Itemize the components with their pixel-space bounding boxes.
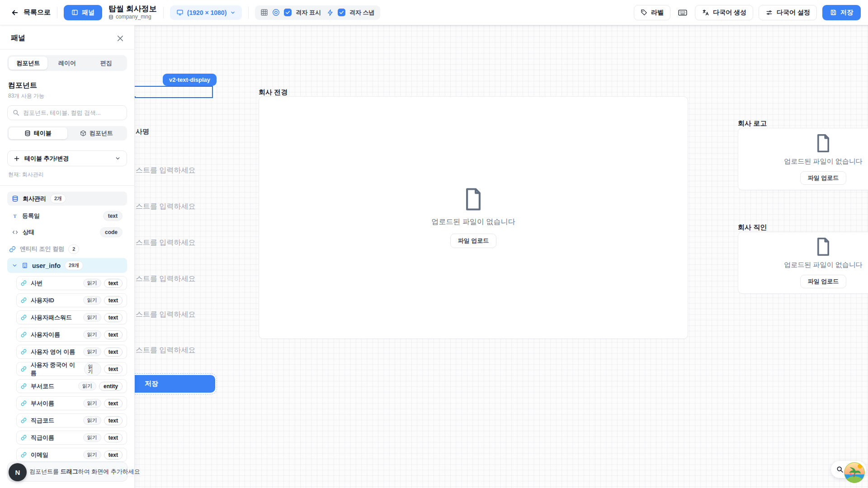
link-icon (21, 400, 27, 406)
search-icon (13, 109, 19, 116)
entity-column-row[interactable]: 부서코드 읽기entity (16, 379, 127, 393)
cube-icon (80, 130, 86, 136)
column-name: 등록일 (22, 212, 40, 220)
panel-tabbar: 컴포넌트 레이어 편집 (7, 55, 127, 71)
front-view-upload-area[interactable]: 업로드된 파일이 없습니다 파일 업로드 (259, 96, 688, 339)
column-row[interactable]: T 등록일 text (7, 210, 127, 222)
grid-snap-checkbox[interactable] (338, 9, 345, 16)
current-table-label: 현재: 회사관리 (8, 171, 126, 178)
resolution-selector[interactable]: (868 × 488) (170, 5, 242, 20)
type-badge: text (104, 296, 123, 305)
top-toolbar: 목록으로 패널 탑씰 회사정보 company_mng (868 × 488… (0, 0, 868, 25)
i18n-settings-button[interactable]: 다국어 설정 (759, 5, 817, 20)
entity-column-row[interactable]: 사용자패스워드 읽기text (16, 310, 127, 324)
chevron-down-icon (115, 155, 121, 161)
tab-layers[interactable]: 레이어 (47, 56, 86, 70)
panel-toggle-button[interactable]: 패널 (64, 5, 102, 20)
search-input[interactable] (23, 109, 122, 116)
table-node[interactable]: 회사관리 2개 (7, 192, 127, 206)
link-icon (21, 418, 27, 423)
text-field-placeholder[interactable]: 스트를 입력하세요 (136, 238, 195, 248)
i18n-settings-label: 다국어 설정 (777, 9, 810, 17)
sidebar-icon (71, 9, 78, 16)
tab-components[interactable]: 컴포넌트 (9, 56, 47, 70)
source-mode-toggle: 테이블 컴포넌트 (7, 126, 127, 141)
readonly-badge: 읽기 (78, 382, 96, 390)
building-icon (22, 262, 28, 269)
mode-table[interactable]: 테이블 (9, 127, 67, 139)
front-view-upload-button[interactable]: 파일 업로드 (450, 234, 497, 248)
mode-component[interactable]: 컴포넌트 (67, 127, 126, 139)
translate-icon (702, 9, 709, 16)
eye-icon[interactable] (272, 9, 280, 16)
entity-column-row[interactable]: 직급이름 읽기text (16, 431, 127, 445)
entity-column-row[interactable]: 사용자 영어 이름 읽기text (16, 345, 127, 359)
magnifier-icon (836, 466, 844, 473)
page-title: 탑씰 회사정보 (108, 5, 157, 14)
stamp-upload-button[interactable]: 파일 업로드 (800, 275, 847, 288)
link-icon (21, 297, 27, 303)
type-badge: text (104, 399, 123, 408)
column-type-badge: text (103, 211, 123, 221)
entity-name: user_info (32, 262, 61, 269)
add-table-dropdown[interactable]: 테이블 추가/변경 (7, 150, 127, 166)
entity-column-row[interactable]: 사번 읽기text (16, 276, 127, 290)
label-button[interactable]: 라벨 (634, 5, 670, 20)
chevron-down-icon[interactable] (12, 263, 18, 268)
resolution-value: (868 × 488) (187, 9, 227, 16)
panel-button-label: 패널 (82, 9, 94, 17)
keyboard-shortcuts-button[interactable] (676, 6, 689, 19)
type-badge: text (104, 279, 123, 288)
text-field-placeholder[interactable]: 스트를 입력하세요 (136, 346, 195, 355)
column-row[interactable]: 상태 code (7, 226, 127, 238)
component-search[interactable] (7, 105, 127, 120)
grid-controls: 격자 표시 격자 스냅 (255, 5, 380, 20)
user-cursor-avatar: N (9, 463, 27, 481)
stamp-upload-area[interactable]: 업로드된 파일이 없습니다 파일 업로드 (738, 232, 868, 294)
entity-column-name: 사용자이름 (31, 331, 60, 339)
column-type-badge: code (100, 227, 123, 237)
canvas-save-button[interactable]: 저장 (128, 375, 215, 393)
readonly-badge: 읽기 (83, 433, 101, 442)
code-type-icon (12, 229, 19, 235)
readonly-badge: 읽기 (83, 450, 101, 459)
logo-upload-button[interactable]: 파일 업로드 (800, 171, 847, 185)
tab-edit[interactable]: 편집 (87, 56, 126, 70)
text-field-placeholder[interactable]: 스트를 입력하세요 (136, 166, 195, 175)
table-node-name: 회사관리 (23, 195, 46, 203)
monitor-icon (176, 9, 184, 16)
canvas-save-label: 저장 (145, 380, 158, 388)
readonly-badge: 읽기 (83, 296, 101, 305)
save-button[interactable]: 저장 (822, 5, 861, 20)
table-count-badge: 2개 (50, 194, 66, 203)
selected-text-component[interactable] (128, 86, 213, 98)
grid-show-checkbox[interactable] (284, 9, 292, 16)
entity-column-name: 직급이름 (31, 434, 54, 442)
components-section-title: 컴포넌트 (8, 81, 126, 90)
entity-column-row[interactable]: 부서이름 읽기text (16, 396, 127, 410)
link-icon (21, 366, 27, 372)
link-icon (21, 332, 27, 338)
type-badge: text (104, 433, 123, 442)
readonly-badge: 읽기 (83, 416, 101, 425)
entity-join-label: 엔티티 조인 컬럼 (20, 245, 64, 253)
back-to-list-button[interactable]: 목록으로 (11, 8, 51, 17)
i18n-generate-button[interactable]: 다국어 생성 (695, 5, 753, 20)
field-label-company-name[interactable]: 사명 (136, 127, 149, 136)
entity-column-row[interactable]: 사용자 중국어 이름 읽기text (16, 362, 127, 376)
text-field-placeholder[interactable]: 스트를 입력하세요 (136, 274, 195, 284)
entity-column-row[interactable]: 사용자ID 읽기text (16, 293, 127, 307)
i18n-generate-label: 다국어 생성 (713, 9, 746, 17)
plus-icon (14, 155, 20, 162)
entity-column-name: 사용자패스워드 (31, 314, 72, 322)
entity-node-user-info[interactable]: user_info 29개 (7, 258, 127, 273)
entity-column-row[interactable]: 이메일 읽기text (16, 448, 127, 462)
logo-upload-area[interactable]: 업로드된 파일이 없습니다 파일 업로드 (738, 128, 868, 190)
text-field-placeholder[interactable]: 스트를 입력하세요 (136, 202, 195, 211)
close-icon[interactable] (116, 34, 124, 42)
entity-column-row[interactable]: 직급코드 읽기text (16, 413, 127, 427)
type-badge: text (104, 330, 123, 339)
text-field-placeholder[interactable]: 스트를 입력하세요 (136, 310, 195, 319)
panel-title: 패널 (11, 33, 25, 43)
entity-column-row[interactable]: 사용자이름 읽기text (16, 328, 127, 342)
